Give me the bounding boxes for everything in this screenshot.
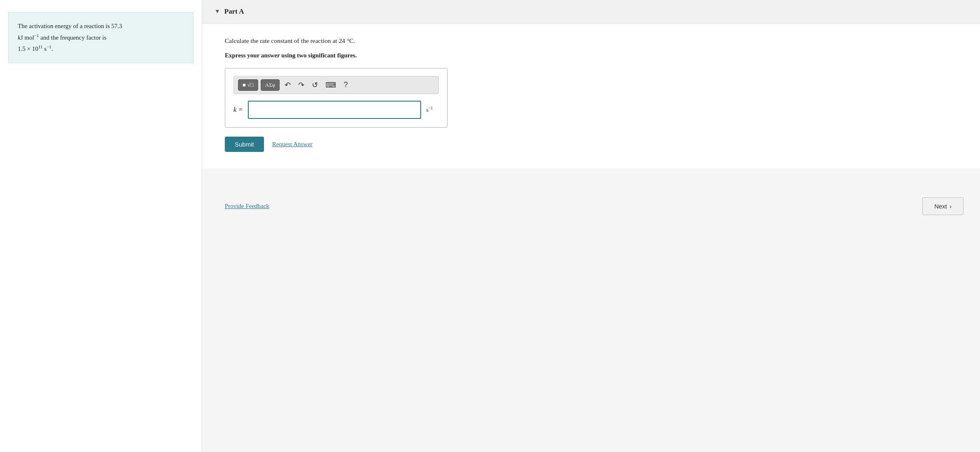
next-label: Next bbox=[934, 203, 947, 210]
next-button[interactable]: Next › bbox=[922, 197, 964, 215]
help-button[interactable]: ? bbox=[341, 79, 350, 91]
input-row: k = s−1 bbox=[233, 101, 439, 119]
right-panel: ▼ Part A Calculate the rate constant of … bbox=[202, 0, 980, 452]
collapse-arrow-icon[interactable]: ▼ bbox=[214, 8, 220, 15]
greek-symbols-button[interactable]: ΑΣφ bbox=[261, 79, 280, 91]
bottom-bar: Provide Feedback Next › bbox=[202, 185, 980, 227]
left-panel: The activation energy of a reaction is 5… bbox=[0, 0, 202, 452]
redo-button[interactable]: ↷ bbox=[296, 79, 307, 91]
reset-button[interactable]: ↺ bbox=[309, 79, 320, 91]
undo-icon: ↶ bbox=[285, 81, 291, 89]
k-label: k = bbox=[233, 106, 243, 114]
keyboard-button[interactable]: ⌨ bbox=[323, 79, 339, 91]
math-template-button[interactable]: ■ √□ bbox=[238, 79, 258, 91]
part-header[interactable]: ▼ Part A bbox=[202, 0, 980, 24]
problem-text: The activation energy of a reaction is 5… bbox=[18, 23, 122, 52]
greek-symbols-label: ΑΣφ bbox=[265, 82, 275, 88]
undo-button[interactable]: ↶ bbox=[282, 79, 293, 91]
instruction-text: Express your answer using two significan… bbox=[225, 52, 964, 59]
answer-input[interactable] bbox=[248, 101, 421, 119]
math-toolbar: ■ √□ ΑΣφ ↶ ↷ ↺ ⌨ bbox=[233, 76, 439, 94]
question-text: Calculate the rate constant of the react… bbox=[225, 36, 964, 46]
redo-icon: ↷ bbox=[298, 81, 304, 89]
reset-icon: ↺ bbox=[312, 81, 318, 89]
keyboard-icon: ⌨ bbox=[325, 81, 336, 89]
unit-label: s−1 bbox=[426, 106, 433, 114]
math-template-label: √□ bbox=[247, 82, 254, 88]
next-chevron-icon: › bbox=[949, 203, 952, 210]
help-icon: ? bbox=[344, 80, 348, 89]
request-answer-button[interactable]: Request Answer bbox=[272, 141, 313, 148]
provide-feedback-button[interactable]: Provide Feedback bbox=[225, 203, 269, 210]
content-area: Calculate the rate constant of the react… bbox=[202, 24, 980, 168]
math-template-icon: ■ bbox=[243, 82, 246, 88]
submit-button[interactable]: Submit bbox=[225, 137, 264, 152]
problem-statement: The activation energy of a reaction is 5… bbox=[8, 12, 193, 63]
answer-box: ■ √□ ΑΣφ ↶ ↷ ↺ ⌨ bbox=[225, 68, 448, 128]
part-label: Part A bbox=[224, 7, 244, 16]
buttons-row: Submit Request Answer bbox=[225, 137, 964, 152]
